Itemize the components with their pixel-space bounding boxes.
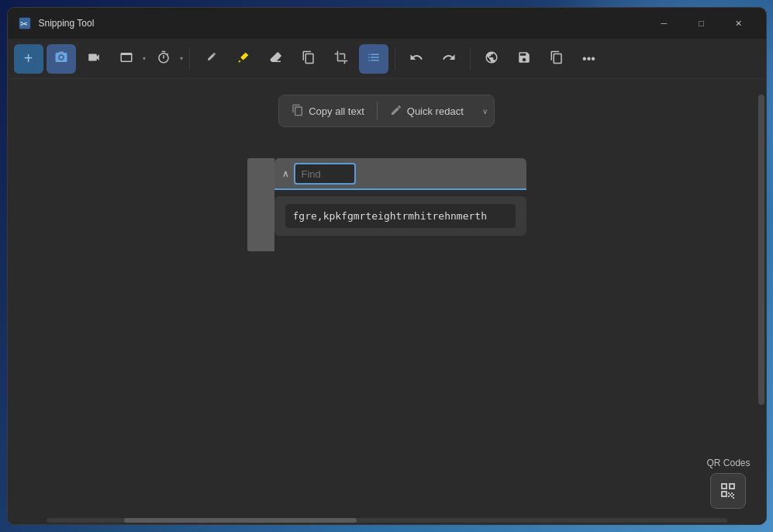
- globe-button[interactable]: [477, 44, 506, 74]
- ocr-toolbar: Copy all text Quick redact ∨: [278, 95, 495, 127]
- camera-icon: [54, 50, 68, 67]
- delay-group: ▾: [149, 44, 183, 74]
- text-content-block: fgre,kpkfgmrteightrmhitrehnmerth: [274, 196, 526, 236]
- window-capture-group: ▾: [112, 44, 146, 74]
- copy-all-text-icon: [292, 104, 304, 119]
- pen-button[interactable]: [196, 44, 226, 74]
- find-bar: ∧: [274, 158, 526, 189]
- separator-1: [189, 48, 190, 70]
- eraser-button[interactable]: [261, 44, 291, 74]
- window-capture-button[interactable]: [112, 44, 141, 74]
- highlighter-button[interactable]: [229, 44, 258, 74]
- screenshot-mode-button[interactable]: [47, 44, 76, 74]
- find-input[interactable]: [294, 163, 356, 185]
- copy-all-text-label: Copy all text: [309, 105, 364, 117]
- pen-icon: [204, 50, 218, 67]
- bottom-scrollbar-thumb[interactable]: [124, 518, 357, 523]
- undo-button[interactable]: [402, 44, 431, 74]
- more-options-button[interactable]: •••: [575, 44, 604, 74]
- minimize-button[interactable]: ─: [647, 12, 682, 35]
- left-sidebar-bar: [247, 158, 274, 251]
- quick-redact-label: Quick redact: [407, 105, 464, 117]
- window-icon: [119, 50, 133, 67]
- quick-redact-icon: [390, 104, 402, 119]
- video-icon: [87, 50, 101, 67]
- more-icon: •••: [582, 52, 595, 66]
- copy-region-icon: [302, 50, 316, 67]
- titlebar-controls: ─ □ ✕: [647, 12, 757, 35]
- delay-chevron[interactable]: ▾: [180, 55, 183, 62]
- copy-icon: [550, 50, 564, 67]
- find-underline: [274, 188, 526, 190]
- maximize-button[interactable]: □: [684, 12, 720, 35]
- scrollbar-track[interactable]: [757, 79, 766, 524]
- globe-icon: [485, 50, 499, 67]
- app-icon: ✂: [17, 16, 33, 31]
- separator-3: [470, 48, 471, 70]
- qr-label: QR Codes: [706, 458, 750, 468]
- new-snip-button[interactable]: +: [14, 44, 43, 74]
- qr-codes-button[interactable]: [710, 473, 746, 509]
- crop-button[interactable]: [326, 44, 356, 74]
- bottom-scrollbar-track: [47, 518, 727, 523]
- main-toolbar: + ▾: [8, 39, 766, 79]
- highlighter-icon: [236, 50, 250, 67]
- redo-icon: [442, 50, 456, 67]
- app-title: Snipping Tool: [39, 18, 95, 29]
- find-chevron-up: ∧: [282, 168, 289, 179]
- eraser-icon: [269, 50, 283, 67]
- svg-text:✂: ✂: [19, 19, 27, 29]
- quick-redact-button[interactable]: Quick redact: [378, 95, 476, 126]
- copy-button[interactable]: [542, 44, 571, 74]
- undo-icon: [409, 50, 423, 67]
- bottom-scrollbar[interactable]: [47, 516, 727, 524]
- titlebar: ✂ Snipping Tool ─ □ ✕: [8, 8, 766, 39]
- quick-redact-chevron[interactable]: ∨: [476, 107, 494, 116]
- timer-icon: [157, 50, 171, 67]
- save-button[interactable]: [509, 44, 539, 74]
- delay-button[interactable]: [149, 44, 178, 74]
- app-window: ✂ Snipping Tool ─ □ ✕ +: [7, 7, 767, 525]
- qr-panel: QR Codes: [706, 458, 750, 509]
- content-area: Copy all text Quick redact ∨ ∧: [8, 79, 766, 524]
- qr-icon: [719, 481, 737, 502]
- copy-region-button[interactable]: [294, 44, 323, 74]
- plus-icon: +: [24, 50, 33, 67]
- close-button[interactable]: ✕: [721, 12, 757, 35]
- crop-icon: [334, 50, 348, 67]
- text-recognition-button[interactable]: [359, 44, 388, 74]
- scrollbar-thumb[interactable]: [758, 95, 764, 405]
- window-capture-chevron[interactable]: ▾: [143, 55, 146, 62]
- save-icon: [517, 50, 531, 67]
- titlebar-left: ✂ Snipping Tool: [17, 16, 95, 31]
- text-recognition-icon: [367, 50, 381, 67]
- redo-button[interactable]: [434, 44, 464, 74]
- separator-2: [395, 48, 395, 70]
- text-content-value: fgre,kpkfgmrteightrmhitrehnmerth: [285, 204, 516, 228]
- copy-all-text-button[interactable]: Copy all text: [279, 95, 377, 126]
- video-mode-button[interactable]: [79, 44, 109, 74]
- screenshot-area: ∧ fgre,kpkfgmrteightrmhitrehnmerth: [247, 158, 526, 236]
